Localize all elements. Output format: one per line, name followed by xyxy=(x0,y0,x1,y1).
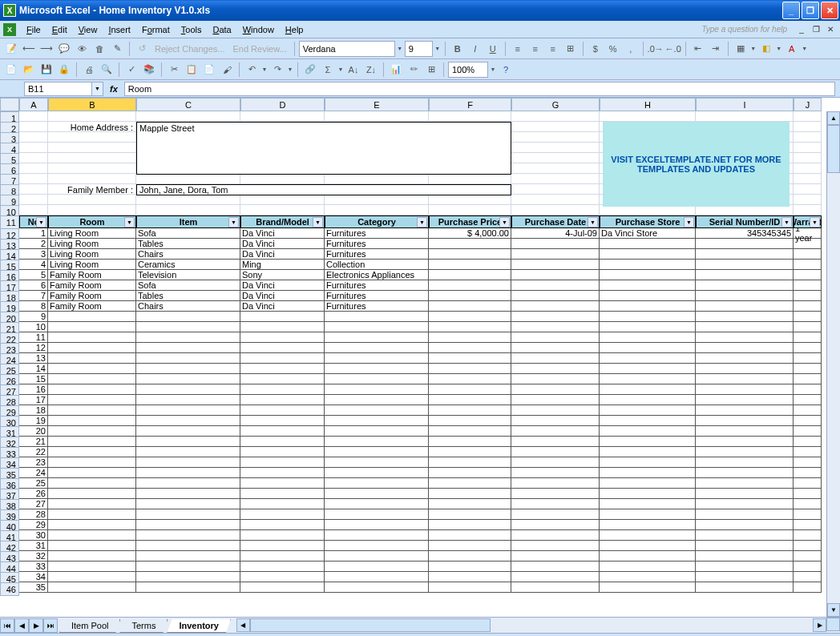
cell[interactable] xyxy=(48,562,136,572)
cell[interactable] xyxy=(696,478,794,489)
increase-indent-icon[interactable]: ⇥ xyxy=(708,41,724,57)
cell[interactable] xyxy=(48,416,136,426)
cell[interactable] xyxy=(696,457,794,468)
cell[interactable] xyxy=(600,384,696,395)
cell[interactable] xyxy=(600,551,696,562)
cell-no[interactable]: 32 xyxy=(19,551,48,562)
italic-button[interactable]: I xyxy=(467,41,483,57)
cell-no[interactable]: 11 xyxy=(19,332,48,343)
cell-price[interactable] xyxy=(429,291,511,301)
cell[interactable] xyxy=(240,384,325,395)
zoom-dropdown-icon[interactable]: ▼ xyxy=(490,66,496,72)
cell[interactable] xyxy=(511,143,600,153)
cell[interactable] xyxy=(600,489,696,499)
cell[interactable] xyxy=(600,582,696,593)
pivot-icon[interactable]: ⊞ xyxy=(423,62,439,78)
cell[interactable] xyxy=(429,520,511,530)
cell-store[interactable]: Da Vinci Store xyxy=(600,228,696,239)
mdi-minimize-button[interactable]: _ xyxy=(795,24,808,35)
cell[interactable] xyxy=(600,520,696,530)
cell[interactable] xyxy=(511,195,600,205)
scroll-right-button[interactable]: ▶ xyxy=(813,618,826,632)
cell[interactable] xyxy=(794,374,822,384)
currency-icon[interactable]: $ xyxy=(588,41,604,57)
cell[interactable] xyxy=(240,195,325,205)
cell-no[interactable]: 25 xyxy=(19,478,48,489)
cell[interactable] xyxy=(600,447,696,457)
cell[interactable] xyxy=(240,530,325,541)
cell[interactable] xyxy=(429,437,511,447)
decrease-indent-icon[interactable]: ⇤ xyxy=(690,41,706,57)
cell[interactable] xyxy=(136,353,240,364)
help-icon[interactable]: ? xyxy=(498,62,514,78)
vscroll-thumb[interactable] xyxy=(827,125,840,173)
cell[interactable] xyxy=(600,353,696,364)
cell[interactable] xyxy=(794,437,822,447)
cell-room[interactable]: Family Room xyxy=(48,301,136,312)
cell[interactable] xyxy=(325,374,429,384)
increase-decimal-icon[interactable]: .0→ xyxy=(648,41,664,57)
cell-no[interactable]: 8 xyxy=(19,301,48,312)
cell[interactable] xyxy=(325,205,429,215)
cell[interactable] xyxy=(240,478,325,489)
col-header-G[interactable]: G xyxy=(511,98,600,111)
cell[interactable] xyxy=(240,499,325,509)
cell[interactable] xyxy=(600,111,696,122)
cell-date[interactable] xyxy=(511,301,600,312)
drawing-icon[interactable]: ✏ xyxy=(406,62,422,78)
permission-icon[interactable]: 🔒 xyxy=(56,62,72,78)
cell[interactable] xyxy=(48,384,136,395)
table-header-room[interactable]: Room▼ xyxy=(48,215,136,228)
cell[interactable] xyxy=(48,572,136,582)
cell-no[interactable]: 6 xyxy=(19,280,48,291)
cell[interactable] xyxy=(429,468,511,478)
cell[interactable] xyxy=(429,457,511,468)
cell[interactable] xyxy=(511,551,600,562)
namebox-dropdown-icon[interactable]: ▼ xyxy=(92,82,103,96)
cell[interactable] xyxy=(325,405,429,416)
cell[interactable] xyxy=(429,195,511,205)
col-header-J[interactable]: J xyxy=(794,98,822,111)
cell[interactable] xyxy=(696,530,794,541)
fx-button[interactable]: fx xyxy=(110,84,118,94)
cell[interactable] xyxy=(48,195,136,205)
cell[interactable] xyxy=(240,457,325,468)
cell[interactable] xyxy=(794,416,822,426)
cell[interactable] xyxy=(136,478,240,489)
cell-store[interactable] xyxy=(600,239,696,249)
cell[interactable] xyxy=(240,489,325,499)
cell-category[interactable]: Furnitures xyxy=(325,291,429,301)
ink-icon[interactable]: ✎ xyxy=(109,41,125,57)
cell[interactable] xyxy=(696,489,794,499)
cell-warranty[interactable]: 1 year xyxy=(794,228,822,239)
redo-dropdown-icon[interactable]: ▼ xyxy=(287,66,293,72)
cell-date[interactable] xyxy=(511,291,600,301)
cell[interactable] xyxy=(429,541,511,551)
cell[interactable] xyxy=(794,489,822,499)
cell-no[interactable]: 12 xyxy=(19,343,48,353)
cell-no[interactable]: 7 xyxy=(19,291,48,301)
tab-prev-button[interactable]: ◀ xyxy=(14,618,29,633)
cell[interactable] xyxy=(48,582,136,593)
cell-no[interactable]: 17 xyxy=(19,395,48,405)
cell[interactable] xyxy=(511,478,600,489)
cell[interactable] xyxy=(240,447,325,457)
row-header-46[interactable]: 46 xyxy=(0,582,19,596)
cell-date[interactable] xyxy=(511,249,600,260)
comma-icon[interactable]: , xyxy=(623,41,639,57)
cell[interactable] xyxy=(600,395,696,405)
filter-dropdown-icon[interactable]: ▼ xyxy=(810,217,820,227)
cell[interactable] xyxy=(48,205,136,215)
cell[interactable] xyxy=(325,343,429,353)
cell[interactable] xyxy=(696,332,794,343)
cell[interactable] xyxy=(48,322,136,332)
select-all-corner[interactable] xyxy=(0,98,19,111)
cell-room[interactable]: Living Room xyxy=(48,249,136,260)
cell[interactable] xyxy=(48,499,136,509)
cell[interactable] xyxy=(794,582,822,593)
undo-dropdown-icon[interactable]: ▼ xyxy=(261,66,268,72)
cell[interactable] xyxy=(794,551,822,562)
cell[interactable] xyxy=(600,530,696,541)
menu-help[interactable]: Help xyxy=(280,22,309,37)
sort-asc-icon[interactable]: A↓ xyxy=(345,62,361,78)
